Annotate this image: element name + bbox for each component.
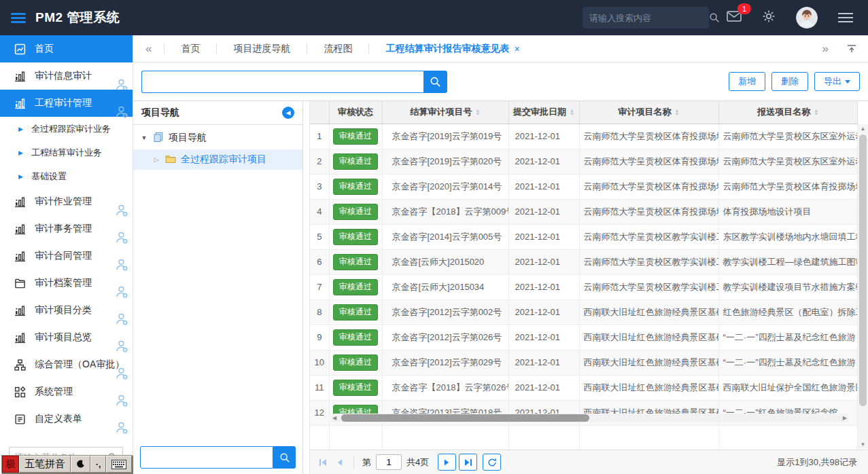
sidebar-toggle-icon[interactable] — [11, 11, 26, 25]
ime-mode-button[interactable]: 五笔拼音 — [19, 456, 71, 473]
scroll-left-icon[interactable]: ◀ — [330, 415, 338, 421]
cell-submit-date[interactable]: 2021-12-01 — [508, 274, 579, 299]
cell-report-project-name[interactable]: 西南联大旧址保护全国红色旅游景区 — [718, 375, 858, 400]
panel-collapse-icon[interactable]: ◀ — [282, 107, 294, 119]
vscroll-thumb[interactable] — [859, 134, 867, 406]
column-header[interactable]: 提交审批日期▲▼ — [508, 101, 579, 124]
cell-report-project-name[interactable]: 教学实训楼工程—绿色建筑施工图审 — [718, 249, 858, 274]
cell-report-project-name[interactable]: “一二·一”四烈士墓及纪念红色旅游 — [718, 350, 858, 375]
cell-audit-project-name[interactable]: 云南师范大学呈贡校区教学实训楼工 — [579, 249, 718, 274]
add-button[interactable]: 新增 — [729, 72, 765, 91]
ime-punctuation-button[interactable]: ·, — [90, 456, 106, 473]
cell-status[interactable]: 审核通过 — [329, 325, 382, 350]
cell-submit-date[interactable]: 2021-12-01 — [508, 325, 579, 350]
tree-node-root[interactable]: ▼ 项目导航 — [133, 128, 302, 148]
sidebar-subitem[interactable]: ▶全过程跟踪审计业务 — [0, 117, 133, 141]
tab-item[interactable]: 流程图 — [307, 43, 368, 55]
sidebar-item[interactable]: 审计信息审计 — [0, 62, 133, 90]
cell-report-project-name[interactable]: 教学实训楼建设项目节水措施方案编 — [718, 274, 858, 299]
next-page-button[interactable] — [438, 454, 456, 471]
cell-audit-project-name[interactable]: 云南师范大学呈贡校区体育投掷场地 — [579, 199, 718, 224]
ime-keyboard-icon[interactable] — [106, 456, 132, 473]
scroll-down-icon[interactable]: ▼ — [858, 441, 868, 448]
grid-search-button[interactable] — [423, 71, 447, 93]
cell-project-code[interactable]: 京金咨字[2019]云字第020号 — [382, 149, 508, 174]
tab-item[interactable]: 首页 — [164, 43, 216, 55]
first-page-icon[interactable] — [317, 458, 329, 467]
global-search-input[interactable] — [589, 13, 709, 23]
cell-status[interactable]: 审核通过 — [329, 199, 382, 224]
table-row[interactable]: 7审核通过京金咨[云师大]20150342021-12-01云南师范大学呈贡校区… — [310, 274, 858, 299]
cell-submit-date[interactable]: 2021-12-01 — [508, 375, 579, 400]
prev-page-icon[interactable] — [334, 458, 345, 467]
cell-submit-date[interactable]: 2021-12-01 — [508, 149, 579, 174]
search-icon[interactable] — [709, 12, 720, 23]
cell-report-project-name[interactable]: 云南师范大学呈贡校区东区室外运动 — [718, 149, 858, 174]
cell-project-code[interactable]: 京金咨字[2012]云字第026号 — [382, 325, 508, 350]
page-number-input[interactable] — [376, 454, 402, 470]
user-avatar[interactable] — [796, 7, 818, 29]
cell-report-project-name[interactable]: 体育投掷场地设计项目 — [718, 199, 858, 224]
cell-status[interactable]: 审核通过 — [329, 249, 382, 274]
sort-icon[interactable]: ▲▼ — [570, 109, 574, 115]
sidebar-item[interactable]: 工程审计管理 — [0, 90, 133, 117]
tree-expanded-icon[interactable]: ▼ — [140, 134, 148, 141]
table-row[interactable]: 2审核通过京金咨字[2019]云字第020号2021-12-01云南师范大学呈贡… — [310, 149, 858, 174]
cell-submit-date[interactable]: 2021-12-01 — [508, 174, 579, 199]
column-header[interactable]: 审核状态 — [329, 101, 382, 124]
cell-status[interactable]: 审核通过 — [329, 350, 382, 375]
cell-status[interactable]: 审核通过 — [329, 375, 382, 400]
sort-icon[interactable]: ▲▼ — [814, 109, 818, 115]
vertical-scrollbar[interactable]: ▲ ▼ — [858, 124, 868, 449]
scroll-up-icon[interactable]: ▲ — [858, 126, 868, 132]
cell-report-project-name[interactable]: “一二·一”四烈士墓及纪念红色旅游 — [718, 325, 858, 350]
tabs-scroll-left-icon[interactable]: « — [133, 42, 164, 56]
sidebar-item[interactable]: 审计项目分类 — [0, 297, 133, 324]
cell-audit-project-name[interactable]: 云南师范大学呈贡校区教学实训楼工 — [579, 224, 718, 249]
tree-search-button[interactable] — [273, 446, 296, 469]
ime-logo-icon[interactable]: 极 — [2, 456, 19, 473]
cell-project-code[interactable]: 京金咨字[2014]云字第005号 — [382, 224, 508, 249]
cell-project-code[interactable]: 京金咨字[2020]云字第014号 — [382, 174, 508, 199]
sort-icon[interactable]: ▲▼ — [675, 109, 680, 115]
table-row[interactable]: 5审核通过京金咨字[2014]云字第005号2021-12-01云南师范大学呈贡… — [310, 224, 858, 249]
cell-audit-project-name[interactable]: 西南联大旧址红色旅游经典景区基础 — [579, 325, 718, 350]
cell-audit-project-name[interactable]: 西南联大旧址红色旅游经典景区基础 — [579, 299, 718, 325]
settings-button[interactable] — [762, 10, 776, 26]
sidebar-item[interactable]: 审计作业管理 — [0, 188, 133, 215]
cell-submit-date[interactable]: 2021-12-01 — [508, 224, 579, 249]
tab-item[interactable]: 项目进度导航 — [217, 43, 307, 55]
cell-project-code[interactable]: 京金咨[云师大]2015020 — [382, 249, 508, 274]
sidebar-item[interactable]: 审计档案管理 — [0, 270, 133, 297]
cell-submit-date[interactable]: 2021-12-01 — [508, 199, 579, 224]
cell-status[interactable]: 审核通过 — [329, 274, 382, 299]
global-search[interactable] — [583, 7, 709, 29]
column-header[interactable]: 报送项目名称▲▼ — [718, 101, 858, 124]
sidebar-subitem[interactable]: ▶工程结算审计业务 — [0, 141, 133, 164]
table-row[interactable]: 6审核通过京金咨[云师大]20150202021-12-01云南师范大学呈贡校区… — [310, 249, 858, 274]
sidebar-item[interactable]: 首页 — [0, 35, 133, 62]
cell-submit-date[interactable]: 2021-12-01 — [508, 249, 579, 274]
cell-report-project-name[interactable]: 云南师范大学呈贡校区东区室外运动 — [718, 124, 858, 149]
grid-search-input[interactable] — [141, 71, 423, 93]
cell-project-code[interactable]: 京金咨字【2018】云字第026号 — [382, 375, 508, 400]
cell-audit-project-name[interactable]: 云南师范大学呈贡校区教学实训楼工 — [579, 274, 718, 299]
table-row[interactable]: 10审核通过京金咨字[2012]云字第029号2021-12-01西南联大旧址红… — [310, 350, 858, 375]
table-row[interactable]: 11审核通过京金咨字【2018】云字第026号2021-12-01西南联大旧址红… — [310, 375, 858, 400]
more-menu-icon[interactable] — [838, 10, 853, 25]
table-row[interactable]: 8审核通过京金咨字[2012]云字第002号2021-12-01西南联大旧址红色… — [310, 299, 858, 325]
hscroll-thumb[interactable] — [341, 414, 589, 422]
cell-submit-date[interactable]: 2021-12-01 — [508, 350, 579, 375]
horizontal-scrollbar[interactable]: ◀ ▶ — [330, 414, 849, 422]
cell-audit-project-name[interactable]: 云南师范大学呈贡校区体育投掷场地 — [579, 149, 718, 174]
cell-report-project-name[interactable]: 红色旅游经典景区（配电室）拆除工程 — [718, 299, 858, 325]
cell-project-code[interactable]: 京金咨字[2012]云字第002号 — [382, 299, 508, 325]
column-header[interactable]: 审计项目名称▲▼ — [579, 101, 718, 124]
table-row[interactable]: 9审核通过京金咨字[2012]云字第026号2021-12-01西南联大旧址红色… — [310, 325, 858, 350]
tree-search-input[interactable] — [140, 446, 273, 469]
export-button[interactable]: 导出 — [814, 72, 860, 91]
cell-status[interactable]: 审核通过 — [329, 149, 382, 174]
cell-audit-project-name[interactable]: 云南师范大学呈贡校区体育投掷场地 — [579, 124, 718, 149]
sidebar-item[interactable]: 自定义表单 — [0, 405, 133, 433]
scroll-right-icon[interactable]: ▶ — [841, 415, 849, 421]
